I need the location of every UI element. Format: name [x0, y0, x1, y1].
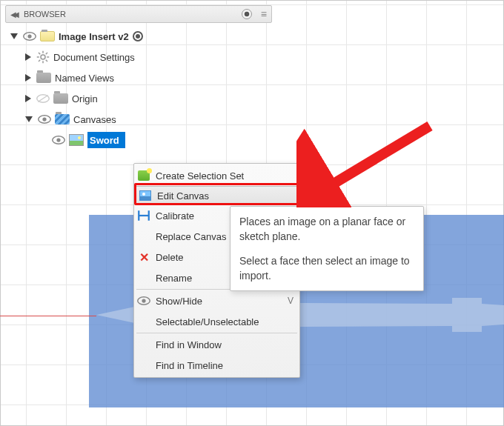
edit-canvas-icon — [139, 189, 152, 202]
ctx-item-show-hide[interactable]: Show/Hide V — [134, 290, 299, 311]
folder-icon — [53, 93, 68, 104]
svg-line-12 — [38, 96, 48, 102]
browser-tree: Image Insert v2 Document Settings Named … — [7, 26, 143, 150]
expand-toggle-icon[interactable] — [25, 95, 31, 102]
ctx-item-find-in-timeline[interactable]: Find in Timeline — [134, 355, 299, 376]
delete-icon: ✕ — [137, 250, 150, 264]
visibility-icon — [137, 294, 150, 307]
svg-point-14 — [42, 117, 46, 121]
ctx-item-label: Find in Timeline — [156, 360, 294, 371]
gear-icon — [36, 50, 50, 64]
tree-item-document-settings[interactable]: Document Settings — [25, 47, 143, 67]
ctx-item-label: Selectable/Unselectable — [156, 316, 294, 327]
svg-line-9 — [39, 60, 40, 61]
edit-canvas-tooltip: Places an image on a planar face or sket… — [230, 206, 424, 291]
ctx-item-label: Find in Window — [156, 339, 294, 350]
ctx-item-edit-canvas[interactable]: Edit Canvas — [135, 186, 299, 205]
svg-point-16 — [56, 138, 60, 142]
visibility-icon[interactable] — [52, 136, 65, 144]
canvases-folder-icon — [55, 114, 70, 124]
tree-item-label-selected: Sword — [87, 132, 125, 148]
root-label: Image Insert v2 — [59, 31, 129, 42]
tooltip-line: Select a face then select an image to im… — [239, 253, 414, 284]
expand-toggle-icon[interactable] — [10, 33, 18, 39]
active-component-icon[interactable] — [133, 31, 143, 41]
blank-icon — [137, 315, 150, 328]
ctx-item-shortcut: V — [288, 296, 294, 306]
visibility-icon[interactable] — [38, 115, 51, 124]
tree-item-label: Origin — [72, 93, 98, 104]
folder-icon — [36, 73, 51, 83]
svg-point-2 — [41, 55, 45, 59]
svg-line-10 — [46, 53, 47, 54]
blank-icon — [137, 230, 150, 243]
ctx-item-find-in-window[interactable]: Find in Window — [134, 334, 299, 355]
x-axis-line — [0, 316, 96, 316]
blank-icon — [137, 338, 150, 351]
collapse-panel-icon[interactable]: ◀◀ — [10, 10, 16, 19]
browser-panel-header[interactable]: ◀◀ BROWSER ≡ — [5, 5, 272, 23]
ctx-item-selectable[interactable]: Selectable/Unselectable — [134, 311, 299, 332]
panel-menu-icon[interactable]: ≡ — [261, 8, 267, 20]
tree-item-canvases[interactable]: Canvases — [25, 109, 143, 130]
canvas-image-icon — [69, 134, 84, 146]
pin-icon[interactable] — [242, 9, 252, 19]
svg-line-8 — [46, 60, 47, 61]
tree-root-row[interactable]: Image Insert v2 — [10, 26, 143, 47]
tree-item-named-views[interactable]: Named Views — [25, 67, 143, 88]
ctx-item-label: Edit Canvas — [157, 190, 292, 202]
tree-item-label: Document Settings — [53, 52, 135, 63]
tooltip-line: Places an image on a planar face or sket… — [239, 214, 414, 244]
calibrate-icon — [137, 209, 150, 222]
ctx-item-create-selection-set[interactable]: Create Selection Set — [134, 165, 299, 186]
expand-toggle-icon[interactable] — [25, 116, 33, 122]
browser-panel-title: BROWSER — [24, 10, 237, 19]
tree-item-sword[interactable]: Sword — [52, 130, 143, 150]
blank-icon — [137, 271, 150, 284]
svg-point-1 — [27, 34, 31, 38]
svg-point-21 — [142, 299, 145, 302]
tree-item-label: Canvases — [73, 114, 116, 125]
visibility-hidden-icon[interactable] — [36, 94, 50, 103]
blank-icon — [137, 359, 150, 372]
expand-toggle-icon[interactable] — [25, 53, 31, 61]
ctx-item-label: Create Selection Set — [156, 170, 294, 182]
tree-item-origin[interactable]: Origin — [25, 88, 143, 109]
selection-set-icon — [137, 169, 150, 182]
component-icon — [40, 31, 55, 41]
svg-line-7 — [39, 53, 40, 54]
menu-separator — [136, 333, 297, 333]
visibility-icon[interactable] — [23, 32, 36, 41]
tree-item-label: Named Views — [55, 73, 114, 84]
ctx-item-label: Show/Hide — [156, 296, 282, 307]
expand-toggle-icon[interactable] — [25, 74, 31, 81]
